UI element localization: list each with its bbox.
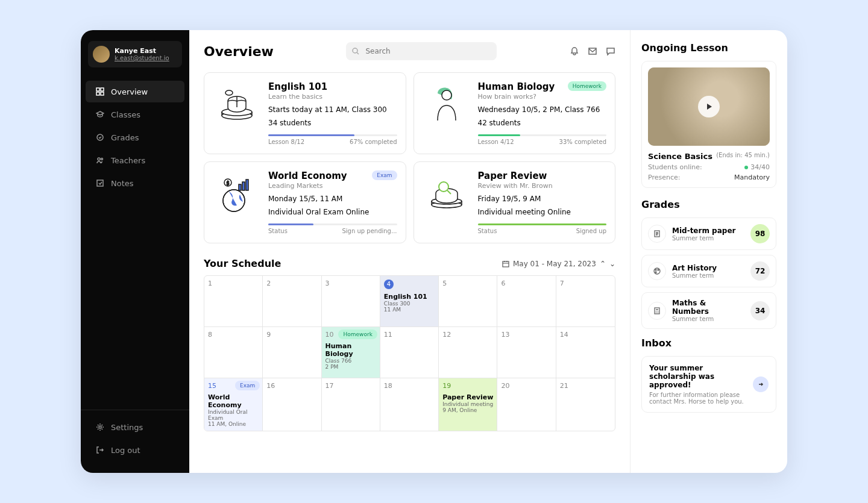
course-schedule: Friday 19/5, 9 AM <box>478 195 607 203</box>
course-subtitle: How brain works? <box>478 93 555 101</box>
event-sub: Class 300 <box>384 301 435 307</box>
mail-icon[interactable] <box>588 46 597 56</box>
calendar-cell[interactable]: 2 <box>263 276 321 327</box>
calendar-cell[interactable]: 14 <box>556 327 615 378</box>
course-card-biology[interactable]: Human BiologyHow brain works?Homework We… <box>414 72 616 154</box>
ongoing-lesson-card[interactable]: Science Basics(Ends in: 45 min.) Student… <box>641 61 776 188</box>
calendar-cell[interactable]: 11 <box>380 327 439 378</box>
nav-bottom: Settings Log out <box>81 410 189 462</box>
svg-rect-24 <box>503 261 509 267</box>
course-title: World Economy <box>268 170 347 181</box>
course-card-economy[interactable]: $ World EconomyLeading MarketsExam Monda… <box>204 161 406 243</box>
svg-point-26 <box>654 268 660 274</box>
progress-bar <box>268 134 397 136</box>
inbox-heading: Inbox <box>641 337 776 349</box>
grade-term: Summer term <box>672 272 744 279</box>
calculator-icon <box>648 302 666 320</box>
chevron-down-icon[interactable]: ⌄ <box>609 260 615 268</box>
course-card-english[interactable]: English 101Learn the basics Starts today… <box>204 72 406 154</box>
calendar-cell[interactable]: 3 <box>322 276 380 327</box>
grades-heading: Grades <box>641 199 776 210</box>
sidebar-item-classes[interactable]: Classes <box>86 104 184 125</box>
course-schedule: Wednesday 10/5, 2 PM, Class 766 <box>478 105 607 114</box>
course-detail: Individual Oral Exam Online <box>268 208 397 216</box>
svg-point-5 <box>98 158 100 160</box>
bell-icon[interactable] <box>570 46 579 56</box>
document-icon <box>648 225 666 243</box>
grade-name: Mid-term paper <box>672 227 744 235</box>
calendar-cell[interactable]: 12 <box>439 327 497 378</box>
progress-bar <box>478 134 607 136</box>
grade-score: 34 <box>750 301 770 320</box>
calendar-cell-event[interactable]: 4English 101Class 30011 AM <box>380 276 439 327</box>
svg-point-28 <box>658 269 659 270</box>
calendar-cell[interactable]: 7 <box>556 276 615 327</box>
calendar-cell[interactable]: 6 <box>497 276 556 327</box>
sidebar-item-settings[interactable]: Settings <box>86 416 184 438</box>
sidebar-item-label: Grades <box>111 133 139 142</box>
calendar-cell[interactable]: 5 <box>439 276 497 327</box>
palette-icon <box>648 262 666 280</box>
calendar-cell[interactable]: 9 <box>263 327 321 378</box>
homework-badge: Homework <box>568 81 606 91</box>
search-box <box>346 42 497 60</box>
progress-bar <box>478 223 607 225</box>
grade-item[interactable]: Art HistorySummer term 72 <box>641 255 776 287</box>
course-title: English 101 <box>268 81 327 92</box>
svg-point-13 <box>225 90 233 95</box>
arrow-right-icon[interactable] <box>753 376 769 392</box>
grade-item[interactable]: Maths & NumbersSummer term 34 <box>641 292 776 329</box>
svg-rect-20 <box>246 180 248 190</box>
calendar-cell[interactable]: 18 <box>380 378 439 431</box>
sidebar-item-notes[interactable]: Notes <box>86 172 184 194</box>
status-value: Sign up pending... <box>342 228 397 234</box>
sidebar-item-teachers[interactable]: Teachers <box>86 149 184 171</box>
lesson-ends: (Ends in: 45 min.) <box>716 152 770 161</box>
calendar-cell[interactable]: 20 <box>497 378 556 431</box>
calendar-cell[interactable]: 13 <box>497 327 556 378</box>
sidebar-item-logout[interactable]: Log out <box>86 439 184 461</box>
grade-term: Summer term <box>672 235 744 242</box>
calendar-cell-event[interactable]: 15ExamWorld EconomyIndividual Oral Exam1… <box>204 378 263 431</box>
grade-score: 98 <box>750 224 770 243</box>
sidebar-item-label: Overview <box>111 87 148 96</box>
schedule-date-picker[interactable]: May 01 - May 21, 2023 ⌃ ⌄ <box>502 260 615 268</box>
sidebar-item-grades[interactable]: Grades <box>86 127 184 148</box>
online-value: 34/40 <box>744 163 770 171</box>
calendar-cell-event[interactable]: 19Paper ReviewIndividual meeting9 AM, On… <box>439 378 497 431</box>
chevron-up-icon[interactable]: ⌃ <box>600 260 606 268</box>
svg-point-8 <box>99 426 101 428</box>
ongoing-heading: Ongoing Lesson <box>641 42 776 54</box>
lesson-video-thumbnail[interactable] <box>648 67 770 146</box>
chat-icon[interactable] <box>606 46 615 56</box>
books-icon <box>213 81 261 130</box>
progress-bar <box>268 223 397 225</box>
course-card-paper[interactable]: Paper ReviewReview with Mr. Brown Friday… <box>414 161 616 243</box>
calendar-cell[interactable]: 21 <box>556 378 615 431</box>
calendar-cell[interactable]: 16 <box>263 378 321 431</box>
sidebar-item-label: Log out <box>111 446 140 455</box>
sidebar-item-overview[interactable]: Overview <box>86 81 184 102</box>
calendar-cell[interactable]: 8 <box>204 327 263 378</box>
play-icon[interactable] <box>698 96 720 117</box>
search-input[interactable] <box>346 42 497 60</box>
svg-rect-3 <box>101 92 104 95</box>
sidebar-item-label: Notes <box>111 179 134 188</box>
lesson-count: Lesson 4/12 <box>478 139 514 145</box>
svg-rect-1 <box>101 88 104 91</box>
calendar-icon <box>502 260 509 267</box>
event-time: 11 AM, Online <box>208 421 259 427</box>
user-profile[interactable]: Kanye East k.east@student.io <box>88 41 182 67</box>
calendar-cell-event[interactable]: 10HomeworkHuman BiologyClass 7662 PM <box>322 327 380 378</box>
status-label: Status <box>478 228 497 234</box>
calendar-cell[interactable]: 1 <box>204 276 263 327</box>
event-title: World Economy <box>208 393 259 409</box>
search-icon <box>352 48 359 55</box>
inbox-subtitle: For further information please contact M… <box>649 392 747 405</box>
calendar-cell[interactable]: 17 <box>322 378 380 431</box>
grade-score: 72 <box>750 261 770 281</box>
course-students: 34 students <box>268 119 397 127</box>
inbox-message[interactable]: Your summer scholarship was approved! Fo… <box>641 356 776 413</box>
user-info: Kanye East k.east@student.io <box>115 47 169 61</box>
grade-item[interactable]: Mid-term paperSummer term 98 <box>641 217 776 250</box>
